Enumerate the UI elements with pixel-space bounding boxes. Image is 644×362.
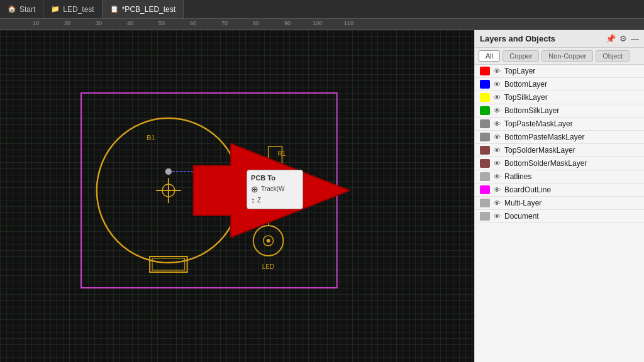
layer-item-toppastemasklayer[interactable]: 👁TopPasteMaskLayer: [475, 118, 644, 131]
layer-item-bottomlayer[interactable]: 👁BottomLayer: [475, 78, 644, 91]
tab-led-test[interactable]: 📁 LED_test: [43, 0, 102, 18]
layer-name-label: BottomSilkLayer: [504, 106, 559, 115]
svg-text:B1: B1: [147, 134, 155, 141]
layer-visibility-toggle[interactable]: 👁: [494, 120, 501, 128]
layers-panel-header: Layers and Objects 📌 ⚙ —: [475, 30, 644, 48]
pcb-design-svg: B1 R1 LED: [0, 30, 474, 362]
layer-name-label: TopPasteMaskLayer: [504, 119, 573, 128]
tab-led-test-label: LED_test: [63, 5, 94, 14]
layer-item-ratlines[interactable]: 👁Ratlines: [475, 170, 644, 184]
pcb-toolbar-via[interactable]: ↕ Z: [251, 196, 299, 205]
tab-bar: 🏠 Start 📁 LED_test 📋 *PCB_LED_test: [0, 0, 644, 19]
layer-visibility-toggle[interactable]: 👁: [494, 173, 501, 180]
layer-color-swatch: [480, 159, 490, 168]
ruler-mark-70: 70: [221, 20, 228, 26]
layer-visibility-toggle[interactable]: 👁: [494, 212, 501, 220]
layer-name-label: BottomLayer: [504, 80, 547, 89]
layer-item-multi-layer[interactable]: 👁Multi-Layer: [475, 197, 644, 210]
settings-icon[interactable]: ⚙: [619, 34, 627, 43]
layer-item-topsoldermasklayer[interactable]: 👁TopSolderMaskLayer: [475, 144, 644, 157]
pcb-toolbar-popup[interactable]: PCB To ⊕ Track(W ↕ Z: [247, 170, 303, 209]
layers-panel-title: Layers and Objects: [480, 34, 555, 43]
layer-visibility-toggle[interactable]: 👁: [494, 67, 501, 75]
tab-start[interactable]: 🏠 Start: [0, 0, 43, 18]
filter-tab-non-copper[interactable]: Non-Copper: [541, 50, 593, 62]
ruler-mark-10: 10: [33, 20, 39, 26]
layer-name-label: BottomPasteMaskLayer: [504, 133, 584, 141]
layer-color-swatch: [480, 199, 490, 207]
ruler-mark-20: 20: [64, 20, 70, 26]
svg-rect-4: [152, 258, 185, 270]
start-icon: 🏠: [8, 5, 16, 13]
layer-color-swatch: [480, 172, 490, 181]
svg-rect-3: [150, 256, 187, 272]
layer-color-swatch: [480, 146, 490, 155]
layer-item-bottomsilklayer[interactable]: 👁BottomSilkLayer: [475, 104, 644, 118]
layer-name-label: Ratlines: [504, 172, 531, 181]
layer-item-topsilklayer[interactable]: 👁TopSilkLayer: [475, 91, 644, 104]
ruler-mark-30: 30: [96, 20, 102, 26]
via-icon: ↕: [251, 196, 255, 205]
filter-tabs: All Copper Non-Copper Object: [475, 48, 644, 65]
layer-name-label: Multi-Layer: [504, 199, 541, 207]
svg-point-11: [267, 239, 270, 243]
layer-color-swatch: [480, 119, 490, 128]
ruler-mark-50: 50: [158, 20, 165, 26]
pcb-canvas[interactable]: B1 R1 LED PCB To ⊕ Track(W ↕ Z: [0, 30, 474, 362]
layer-name-label: TopSolderMaskLayer: [504, 146, 575, 155]
layer-color-swatch: [480, 133, 490, 141]
pcb-toolbar-title: PCB To: [251, 174, 299, 182]
tab-pcb-led-test[interactable]: 📋 *PCB_LED_test: [103, 0, 184, 18]
svg-text:R1: R1: [277, 150, 286, 157]
main-area: B1 R1 LED PCB To ⊕ Track(W ↕ Z: [0, 30, 644, 362]
pcb-led-test-icon: 📋: [110, 5, 119, 13]
layer-name-label: Document: [504, 212, 539, 221]
tab-start-label: Start: [19, 5, 35, 14]
track-icon: ⊕: [251, 184, 258, 194]
filter-tab-all[interactable]: All: [479, 50, 500, 62]
ruler-mark-110: 110: [344, 20, 353, 26]
ruler-mark-80: 80: [253, 20, 259, 26]
layer-color-swatch: [480, 106, 490, 115]
horizontal-ruler: 10 20 30 40 50 60 70 80 90 100 110: [0, 19, 644, 30]
layer-item-boardoutline[interactable]: 👁BoardOutLine: [475, 184, 644, 197]
via-label: Z: [257, 197, 261, 204]
layer-list: 👁TopLayer👁BottomLayer👁TopSilkLayer👁Botto…: [475, 65, 644, 362]
filter-tab-copper[interactable]: Copper: [502, 50, 539, 62]
layer-item-toplayer[interactable]: 👁TopLayer: [475, 65, 644, 78]
pcb-toolbar-track[interactable]: ⊕ Track(W: [251, 184, 299, 194]
ruler-mark-100: 100: [313, 20, 322, 26]
tab-pcb-led-test-label: *PCB_LED_test: [122, 5, 175, 14]
layer-visibility-toggle[interactable]: 👁: [494, 94, 501, 101]
layer-color-swatch: [480, 185, 490, 194]
layer-visibility-toggle[interactable]: 👁: [494, 133, 501, 141]
close-icon[interactable]: —: [631, 34, 639, 43]
layer-name-label: BoardOutLine: [504, 185, 551, 194]
layer-color-swatch: [480, 80, 490, 89]
ruler-mark-90: 90: [284, 20, 291, 26]
track-label: Track(W: [261, 185, 284, 192]
layer-item-document[interactable]: 👁Document: [475, 210, 644, 223]
filter-tab-object[interactable]: Object: [596, 50, 630, 62]
layer-color-swatch: [480, 93, 490, 102]
ruler-mark-60: 60: [190, 20, 196, 26]
layer-visibility-toggle[interactable]: 👁: [494, 80, 501, 88]
svg-text:LED: LED: [262, 263, 274, 270]
led-test-icon: 📁: [51, 5, 60, 13]
layer-name-label: BottomSolderMaskLayer: [504, 159, 587, 168]
layer-color-swatch: [480, 212, 490, 221]
layer-visibility-toggle[interactable]: 👁: [494, 107, 501, 114]
layer-visibility-toggle[interactable]: 👁: [494, 160, 501, 167]
svg-point-17: [165, 168, 172, 175]
layer-color-swatch: [480, 67, 490, 75]
layer-visibility-toggle[interactable]: 👁: [494, 199, 501, 207]
layer-visibility-toggle[interactable]: 👁: [494, 186, 501, 194]
pin-icon[interactable]: 📌: [606, 34, 616, 43]
layer-visibility-toggle[interactable]: 👁: [494, 146, 501, 154]
layer-item-bottompastemasklayer[interactable]: 👁BottomPasteMaskLayer: [475, 131, 644, 144]
layers-header-icons: 📌 ⚙ —: [606, 34, 639, 43]
ruler-mark-40: 40: [127, 20, 133, 26]
layers-panel: Layers and Objects 📌 ⚙ — All Copper Non-…: [474, 30, 644, 362]
layer-name-label: TopSilkLayer: [504, 93, 548, 102]
layer-item-bottomsoldermasklayer[interactable]: 👁BottomSolderMaskLayer: [475, 157, 644, 170]
